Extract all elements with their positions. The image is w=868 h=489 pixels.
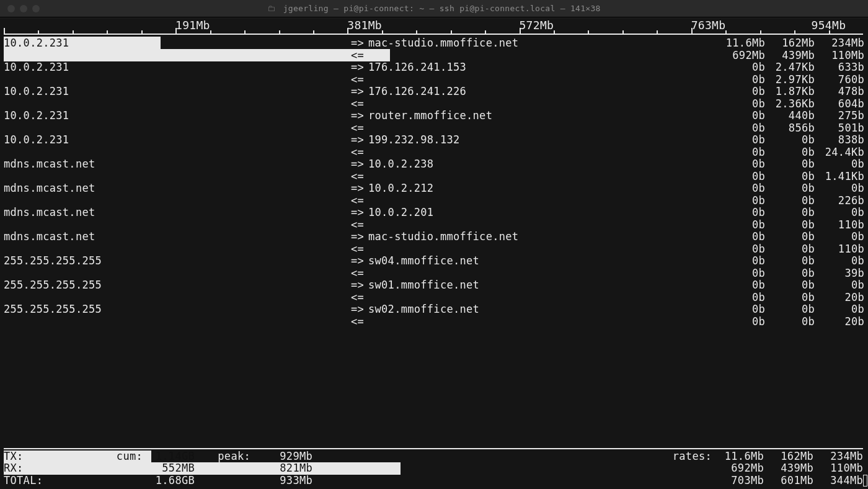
- rate-40s: 24.4Kb: [815, 146, 864, 159]
- dst-host-pad: [368, 195, 715, 207]
- rate-10s: 0b: [765, 279, 815, 292]
- rate-40s: 39b: [815, 267, 864, 280]
- rate-10s: 440b: [765, 110, 815, 122]
- connection-row-in: <=0b0b1.41Kb: [4, 171, 864, 183]
- connection-row-in: <=0b0b110b: [4, 243, 864, 256]
- footer-rx-row: RX: 552MB 821Mb 692Mb 439Mb 110Mb: [4, 462, 863, 475]
- footer-total-row: TOTAL: 1.68GB 933Mb 703Mb 601Mb 344Mb: [4, 475, 863, 487]
- src-host-pad: [4, 243, 351, 256]
- rate-40s: 0b: [815, 182, 864, 195]
- dst-host-pad: [368, 243, 715, 256]
- dst-host: 199.232.98.132: [368, 134, 715, 146]
- arrow-out-icon: =>: [351, 61, 368, 74]
- dst-host: mac-studio.mmoffice.net: [368, 37, 715, 50]
- rx-cum-value: 552MB: [143, 462, 198, 475]
- rate-10s: 0b: [765, 195, 815, 207]
- rate-10s: 2.36Kb: [765, 98, 815, 110]
- src-host: 255.255.255.255: [4, 303, 351, 316]
- scale-label: 381Mb: [347, 19, 382, 32]
- arrow-out-icon: =>: [351, 231, 368, 243]
- rate-2s: 0b: [715, 292, 765, 304]
- src-host: 10.0.2.231: [4, 110, 351, 122]
- footer-stats: TX: cum: 1.14GB peak: 929Mb rates: 11.6M…: [4, 451, 863, 487]
- rate-2s: 0b: [715, 267, 765, 280]
- arrow-in-icon: <=: [351, 98, 368, 110]
- connection-row-out: 10.0.2.231=>176.126.241.1530b2.47Kb633b: [4, 61, 864, 74]
- rate-2s: 0b: [715, 219, 765, 231]
- cum-label: cum:: [97, 451, 143, 463]
- src-host: 10.0.2.231: [4, 134, 351, 146]
- window-title: 🗀 jgeerling — pi@pi-connect: ~ — ssh pi@…: [82, 4, 786, 13]
- rate-2s: 0b: [715, 158, 765, 171]
- rate-40s: 275b: [815, 110, 864, 122]
- connection-row-out: 10.0.2.231=>176.126.241.2260b1.87Kb478b: [4, 86, 864, 98]
- dst-host: 176.126.241.153: [368, 61, 715, 74]
- arrow-in-icon: <=: [351, 195, 368, 207]
- rate-2s: 0b: [715, 146, 765, 159]
- footer-tx-row: TX: cum: 1.14GB peak: 929Mb rates: 11.6M…: [4, 451, 863, 463]
- connection-row-in: <=0b0b20b: [4, 292, 864, 304]
- rate-10s: 162Mb: [765, 37, 815, 50]
- scale-ticks: [4, 34, 863, 37]
- dst-host: sw01.mmoffice.net: [368, 279, 715, 292]
- rx-peak-value: 821Mb: [254, 462, 316, 475]
- dst-host: 176.126.241.226: [368, 86, 715, 98]
- src-host: 10.0.2.231: [4, 61, 351, 74]
- dst-host-pad: [368, 74, 715, 86]
- connection-row-out: mdns.mcast.net=>10.0.2.2120b0b0b: [4, 182, 864, 195]
- arrow-in-icon: <=: [351, 74, 368, 86]
- rate-40s: 20b: [815, 292, 864, 304]
- arrow-in-icon: <=: [351, 316, 368, 328]
- arrow-in-icon: <=: [351, 122, 368, 135]
- src-host-pad: [4, 146, 351, 159]
- rate-40s: 110b: [815, 243, 864, 256]
- dst-host-pad: [368, 219, 715, 231]
- rate-40s: 0b: [815, 255, 864, 267]
- dst-host: 10.0.2.238: [368, 158, 715, 171]
- total-rate-40s: 344Mb: [813, 475, 863, 487]
- rate-10s: 1.87Kb: [765, 86, 815, 98]
- rate-40s: 0b: [815, 158, 864, 171]
- dst-host-pad: [368, 146, 715, 159]
- terminal-area[interactable]: 191Mb 381Mb 572Mb 763Mb 954Mb 10.0.2.231…: [0, 19, 868, 489]
- src-host: mdns.mcast.net: [4, 207, 351, 219]
- total-label: TOTAL:: [4, 475, 97, 487]
- arrow-out-icon: =>: [351, 207, 368, 219]
- window-title-text: jgeerling — pi@pi-connect: ~ — ssh pi@pi…: [283, 4, 601, 13]
- rate-40s: 633b: [815, 61, 864, 74]
- connection-row-in: <=0b0b20b: [4, 316, 864, 328]
- arrow-out-icon: =>: [351, 279, 368, 292]
- rate-10s: 2.97Kb: [765, 74, 815, 86]
- rate-10s: 0b: [765, 303, 815, 316]
- dst-host: 10.0.2.201: [368, 207, 715, 219]
- scale-label: 954Mb: [812, 19, 846, 32]
- rate-40s: 110Mb: [815, 50, 864, 62]
- rate-40s: 0b: [815, 279, 864, 292]
- zoom-icon[interactable]: [32, 5, 40, 12]
- rx-rate-2s: 692Mb: [714, 462, 764, 475]
- total-peak-value: 933Mb: [254, 475, 316, 487]
- rate-40s: 760b: [815, 74, 864, 86]
- folder-icon: 🗀: [267, 4, 275, 13]
- rate-2s: 0b: [715, 171, 765, 183]
- src-host-pad: [4, 98, 351, 110]
- footer-divider: [4, 448, 863, 449]
- tx-rate-2s: 11.6Mb: [714, 451, 764, 463]
- src-host-pad: [4, 219, 351, 231]
- rx-rate-10s: 439Mb: [764, 462, 813, 475]
- bandwidth-scale: 191Mb 381Mb 572Mb 763Mb 954Mb: [4, 19, 863, 34]
- src-host: mdns.mcast.net: [4, 182, 351, 195]
- arrow-in-icon: <=: [351, 171, 368, 183]
- rate-2s: 0b: [715, 182, 765, 195]
- rx-label: RX:: [4, 462, 97, 475]
- connection-row-in: <=0b0b24.4Kb: [4, 146, 864, 159]
- arrow-in-icon: <=: [351, 292, 368, 304]
- rate-40s: 110b: [815, 219, 864, 231]
- close-icon[interactable]: [7, 5, 15, 12]
- rate-2s: 0b: [715, 74, 765, 86]
- traffic-lights: [7, 5, 82, 12]
- minimize-icon[interactable]: [20, 5, 27, 12]
- rate-10s: 856b: [765, 122, 815, 135]
- rx-rate-40s: 110Mb: [813, 462, 863, 475]
- src-host: 10.0.2.231: [4, 86, 351, 98]
